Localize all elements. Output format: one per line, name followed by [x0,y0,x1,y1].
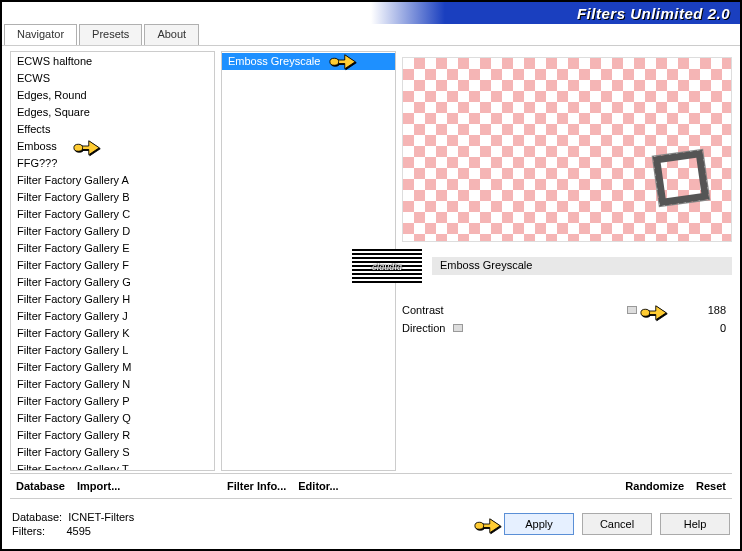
slider-contrast[interactable]: Contrast 188 [402,304,726,316]
title-bar: Filters Unlimited 2.0 [2,2,740,24]
pointer-icon [474,513,502,535]
list-item[interactable]: Filter Factory Gallery J [11,308,214,325]
list-item[interactable]: FFG??? [11,155,214,172]
list-item[interactable]: Filter Factory Gallery M [11,359,214,376]
list-item[interactable]: Filter Factory Gallery D [11,223,214,240]
list-item[interactable]: Effects [11,121,214,138]
filter-info-button[interactable]: Filter Info... [221,476,292,496]
slider-value: 0 [696,322,726,334]
list-item[interactable]: Filter Factory Gallery N [11,376,214,393]
status-info: Database: ICNET-Filters Filters: 4595 [12,510,134,538]
list-item[interactable]: Filter Factory Gallery F [11,257,214,274]
brand-logo: claudia [352,249,422,283]
tab-strip: Navigator Presets About [2,24,740,46]
list-item[interactable]: Filter Factory Gallery S [11,444,214,461]
app-title: Filters Unlimited 2.0 [577,5,730,22]
tab-about[interactable]: About [144,24,199,45]
list-item[interactable]: Filter Factory Gallery L [11,342,214,359]
preview-area [402,57,732,242]
filters-label: Filters: [12,525,45,537]
apply-button[interactable]: Apply [504,513,574,535]
svg-point-3 [475,522,484,529]
list-item[interactable]: ECWS halftone [11,53,214,70]
list-item[interactable]: Filter Factory Gallery G [11,274,214,291]
list-item[interactable]: ECWS [11,70,214,87]
database-button[interactable]: Database [10,476,71,496]
reset-button[interactable]: Reset [690,476,732,496]
list-item[interactable]: Filter Factory Gallery C [11,206,214,223]
import-button[interactable]: Import... [71,476,126,496]
list-item[interactable]: Filter Factory Gallery E [11,240,214,257]
list-item[interactable]: Filter Factory Gallery B [11,189,214,206]
help-button[interactable]: Help [660,513,730,535]
list-item[interactable]: Filter Factory Gallery Q [11,410,214,427]
slider-direction[interactable]: Direction 0 [402,322,726,334]
editor-button[interactable]: Editor... [292,476,344,496]
filter-name-display: Emboss Greyscale [432,257,732,275]
tab-presets[interactable]: Presets [79,24,142,45]
list-item[interactable]: Filter Factory Gallery A [11,172,214,189]
divider [10,473,732,474]
slider-thumb[interactable] [453,324,463,332]
db-label: Database: [12,511,62,523]
list-item[interactable]: Filter Factory Gallery P [11,393,214,410]
list-item[interactable]: Emboss Greyscale [222,53,395,70]
list-item[interactable]: Filter Factory Gallery T [11,461,214,471]
slider-thumb[interactable] [627,306,637,314]
filters-value: 4595 [66,525,90,537]
slider-value: 188 [696,304,726,316]
slider-label: Contrast [402,304,444,316]
list-item[interactable]: Edges, Square [11,104,214,121]
divider [10,498,732,499]
list-item[interactable]: Filter Factory Gallery H [11,291,214,308]
list-item[interactable]: Emboss [11,138,214,155]
tab-navigator[interactable]: Navigator [4,24,77,45]
slider-label: Direction [402,322,445,334]
preview-shape [653,150,709,206]
cancel-button[interactable]: Cancel [582,513,652,535]
category-listbox[interactable]: ECWS halftoneECWSEdges, RoundEdges, Squa… [10,51,215,471]
list-item[interactable]: Filter Factory Gallery R [11,427,214,444]
db-value: ICNET-Filters [68,511,134,523]
list-item[interactable]: Edges, Round [11,87,214,104]
randomize-button[interactable]: Randomize [619,476,690,496]
list-item[interactable]: Filter Factory Gallery K [11,325,214,342]
